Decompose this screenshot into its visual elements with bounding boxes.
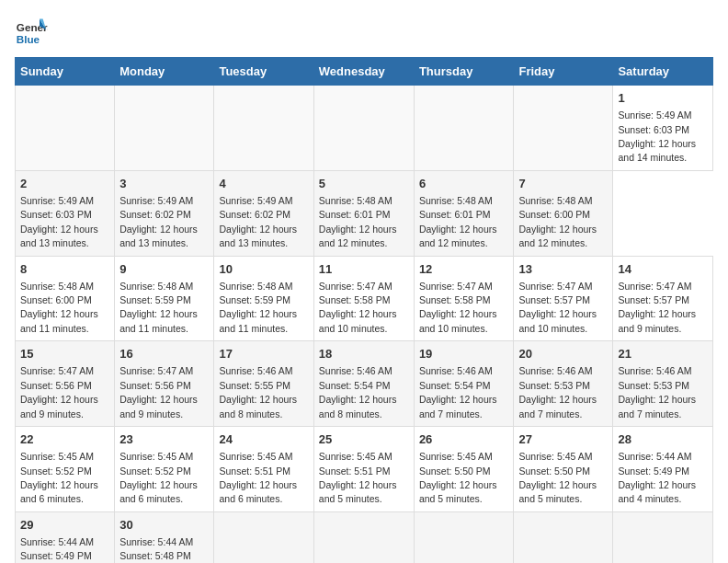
calendar-day-cell: 16Sunrise: 5:47 AMSunset: 5:56 PMDayligh… (115, 341, 214, 427)
calendar-week-row: 2Sunrise: 5:49 AMSunset: 6:03 PMDaylight… (16, 170, 713, 256)
day-header-sunday: Sunday (16, 58, 115, 86)
calendar-day-cell: 26Sunrise: 5:45 AMSunset: 5:50 PMDayligh… (414, 427, 514, 512)
day-info: Sunrise: 5:49 AMSunset: 6:03 PMDaylight:… (20, 195, 98, 248)
day-number: 14 (618, 261, 708, 278)
day-number: 5 (319, 176, 409, 192)
day-number: 18 (319, 346, 409, 362)
empty-cell (214, 86, 313, 171)
day-number: 19 (419, 346, 509, 362)
calendar-day-cell: 5Sunrise: 5:48 AMSunset: 6:01 PMDaylight… (313, 170, 414, 256)
day-info: Sunrise: 5:47 AMSunset: 5:58 PMDaylight:… (319, 281, 397, 334)
calendar-day-cell (214, 511, 313, 563)
calendar-day-cell: 27Sunrise: 5:45 AMSunset: 5:50 PMDayligh… (514, 427, 613, 512)
day-info: Sunrise: 5:48 AMSunset: 6:00 PMDaylight:… (518, 195, 597, 248)
calendar-day-cell (514, 511, 613, 563)
calendar-week-row: 1Sunrise: 5:49 AMSunset: 6:03 PMDaylight… (16, 86, 713, 171)
calendar-day-cell: 8Sunrise: 5:48 AMSunset: 6:00 PMDaylight… (16, 256, 115, 341)
day-header-thursday: Thursday (414, 58, 514, 86)
empty-cell (514, 86, 613, 171)
day-number: 21 (618, 346, 708, 362)
day-number: 22 (20, 431, 109, 448)
day-info: Sunrise: 5:46 AMSunset: 5:53 PMDaylight:… (618, 365, 696, 419)
day-number: 1 (618, 90, 708, 107)
day-info: Sunrise: 5:46 AMSunset: 5:54 PMDaylight:… (419, 365, 497, 419)
day-info: Sunrise: 5:45 AMSunset: 5:50 PMDaylight:… (518, 451, 597, 504)
page-header: General Blue (15, 15, 713, 48)
calendar-day-cell: 9Sunrise: 5:48 AMSunset: 5:59 PMDaylight… (115, 256, 214, 341)
day-number: 12 (419, 261, 509, 278)
calendar-day-cell: 30Sunrise: 5:44 AMSunset: 5:48 PMDayligh… (115, 511, 214, 563)
calendar-day-cell: 15Sunrise: 5:47 AMSunset: 5:56 PMDayligh… (16, 341, 115, 427)
calendar-day-cell: 1Sunrise: 5:49 AMSunset: 6:03 PMDaylight… (613, 86, 713, 171)
day-info: Sunrise: 5:45 AMSunset: 5:50 PMDaylight:… (419, 451, 497, 504)
day-number: 15 (20, 346, 109, 362)
calendar-day-cell (414, 511, 514, 563)
day-number: 16 (119, 346, 209, 362)
day-info: Sunrise: 5:45 AMSunset: 5:52 PMDaylight:… (20, 451, 98, 504)
calendar-day-cell: 13Sunrise: 5:47 AMSunset: 5:57 PMDayligh… (514, 256, 613, 341)
logo: General Blue (15, 15, 51, 48)
calendar-day-cell: 3Sunrise: 5:49 AMSunset: 6:02 PMDaylight… (115, 170, 214, 256)
day-number: 2 (20, 176, 109, 192)
day-number: 4 (219, 176, 308, 192)
calendar-header-row: SundayMondayTuesdayWednesdayThursdayFrid… (16, 58, 713, 86)
calendar-day-cell: 21Sunrise: 5:46 AMSunset: 5:53 PMDayligh… (613, 341, 713, 427)
day-number: 8 (20, 261, 109, 278)
calendar-week-row: 8Sunrise: 5:48 AMSunset: 6:00 PMDaylight… (16, 256, 713, 341)
day-header-wednesday: Wednesday (313, 58, 414, 86)
calendar-day-cell: 17Sunrise: 5:46 AMSunset: 5:55 PMDayligh… (214, 341, 313, 427)
day-info: Sunrise: 5:44 AMSunset: 5:49 PMDaylight:… (618, 451, 696, 504)
calendar-day-cell: 25Sunrise: 5:45 AMSunset: 5:51 PMDayligh… (313, 427, 414, 512)
day-number: 29 (20, 517, 109, 534)
calendar-day-cell: 6Sunrise: 5:48 AMSunset: 6:01 PMDaylight… (414, 170, 514, 256)
day-number: 26 (419, 431, 509, 448)
day-number: 25 (319, 431, 409, 448)
calendar-day-cell: 28Sunrise: 5:44 AMSunset: 5:49 PMDayligh… (613, 427, 713, 512)
empty-cell (16, 86, 115, 171)
day-info: Sunrise: 5:44 AMSunset: 5:48 PMDaylight:… (119, 536, 198, 563)
day-info: Sunrise: 5:46 AMSunset: 5:53 PMDaylight:… (518, 365, 597, 419)
calendar-day-cell: 29Sunrise: 5:44 AMSunset: 5:49 PMDayligh… (16, 511, 115, 563)
calendar-day-cell: 22Sunrise: 5:45 AMSunset: 5:52 PMDayligh… (16, 427, 115, 512)
day-info: Sunrise: 5:49 AMSunset: 6:02 PMDaylight:… (219, 195, 297, 248)
day-number: 23 (119, 431, 209, 448)
calendar-day-cell: 4Sunrise: 5:49 AMSunset: 6:02 PMDaylight… (214, 170, 313, 256)
day-info: Sunrise: 5:47 AMSunset: 5:57 PMDaylight:… (518, 281, 597, 334)
calendar-day-cell: 20Sunrise: 5:46 AMSunset: 5:53 PMDayligh… (514, 341, 613, 427)
calendar-day-cell: 10Sunrise: 5:48 AMSunset: 5:59 PMDayligh… (214, 256, 313, 341)
day-info: Sunrise: 5:46 AMSunset: 5:54 PMDaylight:… (319, 365, 397, 419)
day-header-saturday: Saturday (613, 58, 713, 86)
calendar-day-cell: 11Sunrise: 5:47 AMSunset: 5:58 PMDayligh… (313, 256, 414, 341)
day-info: Sunrise: 5:47 AMSunset: 5:56 PMDaylight:… (119, 365, 198, 419)
calendar-day-cell: 18Sunrise: 5:46 AMSunset: 5:54 PMDayligh… (313, 341, 414, 427)
day-info: Sunrise: 5:48 AMSunset: 6:01 PMDaylight:… (419, 195, 497, 248)
calendar-day-cell: 24Sunrise: 5:45 AMSunset: 5:51 PMDayligh… (214, 427, 313, 512)
day-number: 30 (119, 517, 209, 534)
day-number: 6 (419, 176, 509, 192)
empty-cell (115, 86, 214, 171)
calendar-week-row: 29Sunrise: 5:44 AMSunset: 5:49 PMDayligh… (16, 511, 713, 563)
day-number: 10 (219, 261, 308, 278)
svg-text:Blue: Blue (17, 33, 40, 45)
day-info: Sunrise: 5:47 AMSunset: 5:56 PMDaylight:… (20, 365, 98, 419)
calendar-day-cell: 2Sunrise: 5:49 AMSunset: 6:03 PMDaylight… (16, 170, 115, 256)
day-header-monday: Monday (115, 58, 214, 86)
day-info: Sunrise: 5:45 AMSunset: 5:51 PMDaylight:… (219, 451, 297, 504)
calendar-table: SundayMondayTuesdayWednesdayThursdayFrid… (15, 57, 713, 563)
day-number: 20 (518, 346, 608, 362)
logo-icon: General Blue (15, 15, 48, 48)
day-info: Sunrise: 5:46 AMSunset: 5:55 PMDaylight:… (219, 365, 297, 419)
calendar-day-cell (613, 511, 713, 563)
calendar-day-cell: 7Sunrise: 5:48 AMSunset: 6:00 PMDaylight… (514, 170, 613, 256)
day-info: Sunrise: 5:48 AMSunset: 5:59 PMDaylight:… (219, 281, 297, 334)
day-info: Sunrise: 5:45 AMSunset: 5:52 PMDaylight:… (119, 451, 198, 504)
day-info: Sunrise: 5:48 AMSunset: 6:01 PMDaylight:… (319, 195, 397, 248)
day-number: 24 (219, 431, 308, 448)
day-header-tuesday: Tuesday (214, 58, 313, 86)
day-info: Sunrise: 5:45 AMSunset: 5:51 PMDaylight:… (319, 451, 397, 504)
day-number: 11 (319, 261, 409, 278)
day-info: Sunrise: 5:48 AMSunset: 5:59 PMDaylight:… (119, 281, 198, 334)
day-info: Sunrise: 5:44 AMSunset: 5:49 PMDaylight:… (20, 536, 98, 563)
day-number: 27 (518, 431, 608, 448)
day-number: 9 (119, 261, 209, 278)
